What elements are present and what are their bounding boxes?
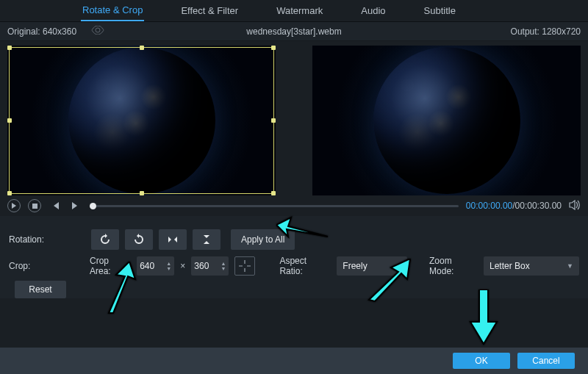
crop-row: Crop: Crop Area: 640 ▲▼ × 360 ▲▼ Aspect … [9,253,579,279]
crop-height-value: 360 [194,261,220,271]
cancel-button[interactable]: Cancel [517,353,575,369]
current-time: 00:00:00.00 [466,201,512,211]
ok-button[interactable]: OK [453,353,510,369]
aspect-ratio-dropdown[interactable]: Freely ▼ [337,256,407,276]
zoom-mode-dropdown[interactable]: Letter Box ▼ [484,256,579,276]
crop-area-label: Crop Area: [90,256,131,276]
next-frame-button[interactable] [69,199,82,212]
flip-horizontal-button[interactable] [159,229,187,250]
flip-vertical-button[interactable] [193,229,220,250]
center-crop-button[interactable] [234,256,254,276]
eye-icon[interactable] [91,26,104,37]
preview-row [0,41,588,195]
aspect-ratio-value: Freely [343,261,395,271]
info-bar: Original: 640x360 wednesday[3star].webm … [0,22,588,41]
rotate-left-button[interactable] [91,229,119,250]
tab-rotate-crop[interactable]: Rotate & Crop [81,0,144,21]
aspect-ratio-label: Aspect Ratio: [279,256,331,276]
seek-knob[interactable] [90,203,96,209]
times-icon: × [180,261,185,271]
filename-label: wednesday[3star].webm [246,26,341,37]
volume-icon[interactable] [569,200,581,212]
rotation-row: Rotation: Apply to All [9,226,579,253]
prev-frame-button[interactable] [49,199,62,212]
rotate-right-button[interactable] [125,229,153,250]
output-preview [312,46,581,195]
chevron-down-icon: ▼ [567,262,573,270]
crop-width-value: 640 [140,261,166,271]
width-up[interactable]: ▲ [166,261,171,266]
time-display: 00:00:00.00/00:00:30.00 [466,201,562,211]
tabs-bar: Rotate & Crop Effect & Filter Watermark … [0,0,588,22]
svg-rect-0 [32,204,37,209]
crop-height-input[interactable]: 360 ▲▼ [191,256,229,276]
chevron-down-icon: ▼ [395,262,401,270]
height-up[interactable]: ▲ [220,261,226,266]
playback-bar: 00:00:00.00/00:00:30.00 [0,195,588,216]
zoom-mode-value: Letter Box [490,261,567,271]
height-down[interactable]: ▼ [220,266,226,271]
reset-button[interactable]: Reset [15,281,66,298]
tab-audio[interactable]: Audio [359,1,387,21]
controls-panel: Rotation: Apply to All Crop: Crop Area: … [0,216,588,298]
original-dimensions: Original: 640x360 [7,26,76,37]
tab-subtitle[interactable]: Subtitle [423,1,457,21]
apply-to-all-button[interactable]: Apply to All [231,229,295,250]
tab-effect-filter[interactable]: Effect & Filter [179,1,240,21]
stop-button[interactable] [28,199,41,212]
width-down[interactable]: ▼ [166,266,171,271]
play-button[interactable] [7,199,21,212]
seek-track[interactable] [90,205,459,207]
rotation-label: Rotation: [9,234,53,245]
total-time: 00:00:30.00 [515,201,562,211]
original-preview[interactable] [7,46,276,195]
tab-watermark[interactable]: Watermark [275,1,324,21]
output-dimensions: Output: 1280x720 [511,26,581,37]
zoom-mode-label: Zoom Mode: [429,256,478,276]
footer-bar: OK Cancel [0,348,588,374]
crop-label: Crop: [9,261,52,271]
crop-width-input[interactable]: 640 ▲▼ [137,256,174,276]
